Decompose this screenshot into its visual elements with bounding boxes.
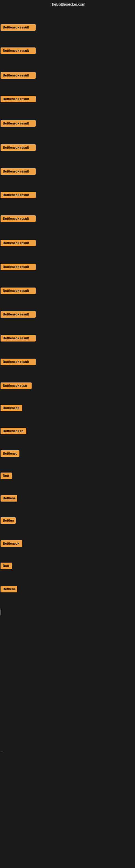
list-item: Bott <box>1 472 12 480</box>
list-item: Bottleneck result <box>1 335 36 343</box>
bottleneck-badge[interactable]: Bottleneck result <box>1 359 36 365</box>
bottleneck-badge[interactable]: Bott <box>1 472 12 479</box>
list-item: Bottleneck resu <box>1 382 32 390</box>
list-item: Bottleneck result <box>1 311 36 319</box>
bottleneck-badge[interactable]: Bottleneck result <box>1 48 36 54</box>
bottleneck-badge[interactable]: Bottleneck result <box>1 168 36 175</box>
list-item: Bottlene <box>1 495 17 503</box>
list-item: Bottleneck result <box>1 192 36 199</box>
list-item: Bottleneck <box>1 405 22 412</box>
list-item: Bottleneck result <box>1 120 36 128</box>
list-item: Bottleneck result <box>1 96 36 103</box>
list-item: Bottlenec <box>1 450 19 458</box>
bottleneck-badge[interactable]: Bottleneck result <box>1 240 36 246</box>
list-item: Bottleneck result <box>1 359 36 366</box>
bottleneck-badge[interactable]: Bottleneck resu <box>1 382 32 389</box>
bottleneck-badge[interactable]: Bottleneck result <box>1 72 36 79</box>
bottleneck-badge[interactable]: Bottleneck result <box>1 96 36 102</box>
bottleneck-badge[interactable]: Bottleneck result <box>1 120 36 127</box>
list-item: Bott <box>1 563 12 570</box>
bottleneck-badge[interactable]: Bottleneck result <box>1 264 36 270</box>
list-item: Bottleneck result <box>1 287 36 295</box>
bottleneck-badge[interactable]: Bottleneck re <box>1 428 26 434</box>
cursor-indicator <box>1 610 1 616</box>
bottleneck-badge[interactable]: Bottlen <box>1 517 16 524</box>
list-item: Bottleneck result <box>1 72 36 80</box>
ellipsis-marker: … <box>1 749 3 752</box>
list-item: Bottleneck result <box>1 144 36 152</box>
bottleneck-badge[interactable]: Bottleneck result <box>1 192 36 198</box>
bottleneck-badge[interactable]: Bottlenec <box>1 450 19 457</box>
list-item: Bottleneck result <box>1 264 36 271</box>
bottleneck-badge[interactable]: Bottleneck result <box>1 335 36 341</box>
list-item: Bottleneck result <box>1 240 36 247</box>
bottleneck-badge[interactable]: Bott <box>1 563 12 569</box>
bottleneck-badge[interactable]: Bottleneck result <box>1 215 36 222</box>
bottleneck-badge[interactable]: Bottlene <box>1 586 17 592</box>
bottleneck-badge[interactable]: Bottleneck result <box>1 287 36 294</box>
bottleneck-badge[interactable]: Bottleneck <box>1 405 22 411</box>
list-item: Bottleneck re <box>1 428 26 435</box>
list-item: Bottleneck result <box>1 215 36 223</box>
list-item: Bottlen <box>1 517 16 525</box>
page-wrapper: TheBottlenecker.com Bottleneck result Bo… <box>0 0 135 868</box>
list-item: Bottleneck result <box>1 48 36 55</box>
bottleneck-badge[interactable]: Bottleneck result <box>1 24 36 31</box>
bottleneck-badge[interactable]: Bottleneck result <box>1 144 36 151</box>
site-title: TheBottlenecker.com <box>0 0 135 9</box>
list-item: Bottleneck result <box>1 24 36 32</box>
list-item: Bottleneck result <box>1 168 36 176</box>
bottleneck-badge[interactable]: Bottleneck result <box>1 311 36 318</box>
bottleneck-badge[interactable]: Bottleneck <box>1 540 22 547</box>
list-item: Bottleneck <box>1 540 22 548</box>
list-item: Bottlene <box>1 586 17 593</box>
items-container: Bottleneck result Bottleneck result Bott… <box>0 9 135 868</box>
bottleneck-badge[interactable]: Bottlene <box>1 495 17 501</box>
